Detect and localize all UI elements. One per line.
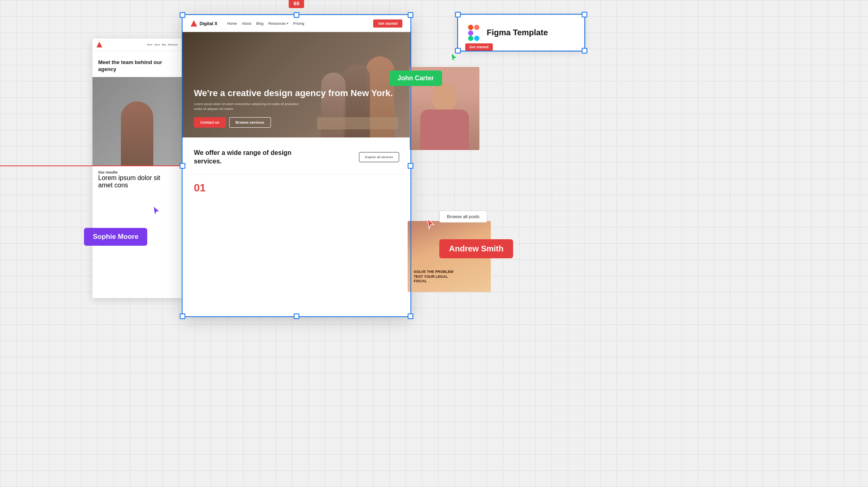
main-navbar: Digital X Home About Blog Resources ▾ Pr…: [183, 15, 410, 32]
main-brand: Digital X: [200, 21, 217, 26]
browse-services-button[interactable]: Browse services: [229, 117, 271, 128]
left-preview-navbar: Digital X Home About Blog Resources: [92, 39, 182, 51]
left-preview-person: [121, 101, 153, 166]
hero-buttons: Contact us Browse services: [194, 117, 399, 128]
nav-home: Home: [227, 21, 237, 26]
contact-us-button[interactable]: Contact us: [194, 117, 226, 128]
left-nav-links: Home About Blog Resources: [147, 43, 178, 46]
john-carter-tooltip: John Carter: [389, 71, 442, 86]
services-title: We offer a wide range of design services…: [194, 149, 307, 166]
nav-resources: Resources ▾: [269, 21, 288, 26]
left-nav-home: Home: [147, 43, 153, 46]
services-section: We offer a wide range of design services…: [183, 137, 410, 174]
nav-blog: Blog: [256, 21, 264, 26]
left-preview-hero-text: Meet the team behind our agency: [92, 51, 182, 77]
explore-services-button[interactable]: Explore all services: [359, 152, 399, 162]
left-nav-about: About: [155, 43, 160, 46]
figma-logo-icon: [466, 26, 481, 40]
left-logo-icon: [97, 42, 101, 46]
number-section: 01: [183, 174, 410, 202]
red-cursor: [426, 218, 436, 230]
nav-pricing: Pricing: [293, 21, 305, 26]
figma-cursor: [449, 52, 459, 63]
sophie-moore-tooltip: Sophie Moore: [84, 228, 147, 246]
width-badge: 60: [289, 0, 304, 8]
svg-point-4: [474, 36, 479, 41]
left-results-desc: Lorem ipsum dolor sit amet cons: [98, 174, 176, 189]
browse-all-posts-button[interactable]: Browse all posts: [439, 210, 487, 223]
hero-description: Lorem ipsum dolor sit amet consectetur a…: [194, 102, 307, 112]
hero-section: We're a creative design agency from New …: [183, 32, 410, 137]
left-nav-resources: Resources: [168, 43, 178, 46]
andrew-smith-tooltip: Andrew Smith: [439, 239, 513, 258]
sophie-moore-cursor: [152, 205, 161, 217]
john-carter-shirt: [420, 109, 469, 150]
hero-title: We're a creative design agency from New …: [194, 88, 399, 99]
left-preview-logo: Digital X: [97, 42, 102, 47]
figma-template-title: Figma Template: [487, 28, 548, 37]
left-results-title: Our results: [98, 170, 176, 174]
svg-rect-1: [474, 25, 479, 30]
john-carter-head: [432, 83, 457, 112]
main-website-preview: Digital X Home About Blog Resources ▾ Pr…: [183, 15, 410, 316]
measurement-line-horizontal: [0, 165, 183, 166]
get-started-badge: Get started: [465, 43, 493, 51]
left-website-preview: Digital X Home About Blog Resources Meet…: [92, 39, 182, 298]
hero-content: We're a creative design agency from New …: [194, 88, 399, 128]
left-preview-image: [92, 77, 182, 166]
main-nav-links: Home About Blog Resources ▾ Pricing: [227, 21, 304, 26]
main-logo: Digital X: [191, 20, 217, 27]
section-number: 01: [194, 182, 206, 194]
svg-rect-2: [468, 30, 473, 36]
left-results-section: Our results Lorem ipsum dolor sit amet c…: [92, 166, 182, 193]
left-nav-blog: Blog: [162, 43, 166, 46]
left-hero-title: Meet the team behind our agency: [98, 59, 176, 73]
main-logo-icon: [191, 20, 197, 27]
get-started-button[interactable]: Get started: [373, 19, 402, 28]
nav-about: About: [242, 21, 251, 26]
book-text: SOLVE THE PROBLEMTEST YOUR LEGALFISCAL: [414, 270, 485, 284]
svg-rect-0: [468, 25, 473, 30]
svg-rect-3: [468, 36, 473, 41]
